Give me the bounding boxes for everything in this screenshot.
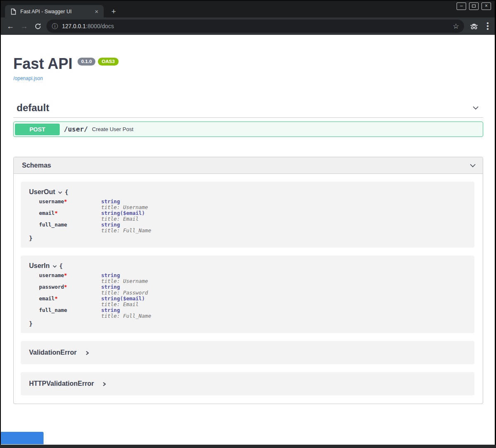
operation-summary: Create User Post xyxy=(92,126,134,132)
property-row: email* string($email) title: Email xyxy=(39,210,151,222)
api-info: Fast API0.1.0OAS3 /openapi.json xyxy=(13,36,483,81)
window-controls: – × xyxy=(457,2,491,10)
model-title[interactable]: UserIn xyxy=(29,262,50,270)
new-tab-button[interactable]: + xyxy=(109,7,119,17)
schema-model-userout: UserOut { username* string title: Userna… xyxy=(21,182,474,248)
tag-divider xyxy=(13,117,483,118)
chevron-down-icon[interactable] xyxy=(472,104,480,112)
schemas-body: UserOut { username* string title: Userna… xyxy=(14,174,483,404)
model-title[interactable]: HTTPValidationError xyxy=(29,380,94,387)
schemas-title: Schemas xyxy=(22,162,51,169)
page-title: Fast API xyxy=(13,55,73,72)
minimize-button[interactable]: – xyxy=(457,2,466,10)
reload-icon[interactable] xyxy=(32,23,44,30)
property-name: email xyxy=(39,210,55,216)
status-bubble xyxy=(1,432,44,444)
chevron-down-icon[interactable] xyxy=(469,161,477,170)
chevron-down-icon[interactable] xyxy=(52,264,57,269)
property-row: full_name string title: Full_Name xyxy=(39,307,151,319)
version-badge: 0.1.0 xyxy=(78,58,96,66)
tag-header[interactable]: default xyxy=(13,102,483,114)
schema-model-userin: UserIn { username* string title: Usernam… xyxy=(21,256,474,333)
tab-close-icon[interactable]: × xyxy=(93,8,100,15)
swagger-page: Fast API0.1.0OAS3 /openapi.json default … xyxy=(1,36,495,445)
required-star: * xyxy=(64,284,67,290)
tag-section-default: default POST /user/ Create User Post xyxy=(13,102,483,137)
site-info-icon[interactable]: ⓘ xyxy=(52,22,58,30)
property-type: string($email) xyxy=(101,210,151,216)
property-row: username* string title: Username xyxy=(39,273,151,284)
tab-strip: Fast API - Swagger UI × + – × xyxy=(1,0,495,17)
document-icon xyxy=(11,8,16,15)
oas3-badge: OAS3 xyxy=(98,58,118,66)
schemas-section: Schemas UserOut { xyxy=(13,157,483,404)
property-name: username xyxy=(39,198,64,205)
open-brace: { xyxy=(59,263,63,269)
property-name: full_name xyxy=(39,222,67,228)
open-brace: { xyxy=(65,189,68,195)
chevron-down-icon[interactable] xyxy=(58,190,63,195)
opblock-post-user[interactable]: POST /user/ Create User Post xyxy=(13,122,483,137)
property-name: username xyxy=(39,272,64,278)
required-star: * xyxy=(55,210,58,216)
url-host: 127.0.0.1 xyxy=(62,23,86,29)
required-star: * xyxy=(55,295,58,302)
maximize-icon xyxy=(472,5,476,7)
chevron-right-icon[interactable] xyxy=(85,350,90,356)
browser-toolbar: ← → ⓘ 127.0.0.1:8000/docs ☆ ••• xyxy=(1,17,495,35)
property-type: string xyxy=(101,284,151,290)
schema-model-httpvalidationerror[interactable]: HTTPValidationError xyxy=(21,372,474,395)
property-row: password* string title: Password xyxy=(39,284,151,296)
forward-icon[interactable]: → xyxy=(18,22,30,31)
required-star: * xyxy=(64,272,67,278)
property-name: email xyxy=(39,295,55,302)
model-head: UserIn { xyxy=(29,262,466,270)
maximize-button[interactable] xyxy=(469,2,479,10)
required-star: * xyxy=(64,198,67,205)
property-type: string xyxy=(101,307,151,313)
property-title: title: Username xyxy=(101,278,151,284)
url-bar[interactable]: ⓘ 127.0.0.1:8000/docs ☆ xyxy=(46,19,464,33)
property-row: username* string title: Username xyxy=(39,199,151,210)
property-title: title: Email xyxy=(101,302,151,307)
chevron-right-icon[interactable] xyxy=(102,381,107,387)
property-title: title: Password xyxy=(101,290,151,296)
close-button[interactable]: × xyxy=(481,2,491,10)
model-title[interactable]: UserOut xyxy=(29,188,55,196)
property-row: email* string($email) title: Email xyxy=(39,296,151,307)
property-row: full_name string title: Full_Name xyxy=(39,222,151,234)
tag-title: default xyxy=(17,102,49,114)
schema-properties: username* string title: Username email* … xyxy=(39,199,151,234)
property-name: password xyxy=(39,284,64,290)
property-title: title: Username xyxy=(101,205,151,210)
tab-title: Fast API - Swagger UI xyxy=(20,9,93,15)
incognito-icon xyxy=(469,23,479,32)
schema-model-validationerror[interactable]: ValidationError xyxy=(21,341,474,364)
url-path: :8000/docs xyxy=(86,23,114,29)
model-title[interactable]: ValidationError xyxy=(29,349,77,356)
property-type: string xyxy=(101,222,151,228)
property-type: string xyxy=(101,273,151,278)
schema-properties: username* string title: Username passwor… xyxy=(39,273,151,319)
property-title: title: Email xyxy=(101,216,151,222)
browser-window: Fast API - Swagger UI × + – × ← → ⓘ 127.… xyxy=(1,0,495,448)
property-title: title: Full_Name xyxy=(101,228,151,234)
openapi-json-link[interactable]: /openapi.json xyxy=(13,75,483,81)
property-title: title: Full_Name xyxy=(101,313,151,319)
close-brace: } xyxy=(29,235,466,241)
property-type: string xyxy=(101,199,151,205)
property-type: string($email) xyxy=(101,296,151,302)
browser-menu-icon[interactable]: ••• xyxy=(484,22,492,30)
tab-fast-api[interactable]: Fast API - Swagger UI × xyxy=(5,5,104,18)
model-head: UserOut { xyxy=(29,188,466,196)
bookmark-star-icon[interactable]: ☆ xyxy=(453,22,459,31)
close-brace: } xyxy=(29,320,466,327)
operation-path: /user/ xyxy=(64,125,88,133)
schemas-header[interactable]: Schemas xyxy=(14,157,483,174)
property-name: full_name xyxy=(39,307,67,313)
window-bottom-edge xyxy=(0,445,496,448)
post-method-badge: POST xyxy=(15,124,60,135)
url-text[interactable]: 127.0.0.1:8000/docs xyxy=(62,23,114,29)
back-icon[interactable]: ← xyxy=(4,22,17,31)
